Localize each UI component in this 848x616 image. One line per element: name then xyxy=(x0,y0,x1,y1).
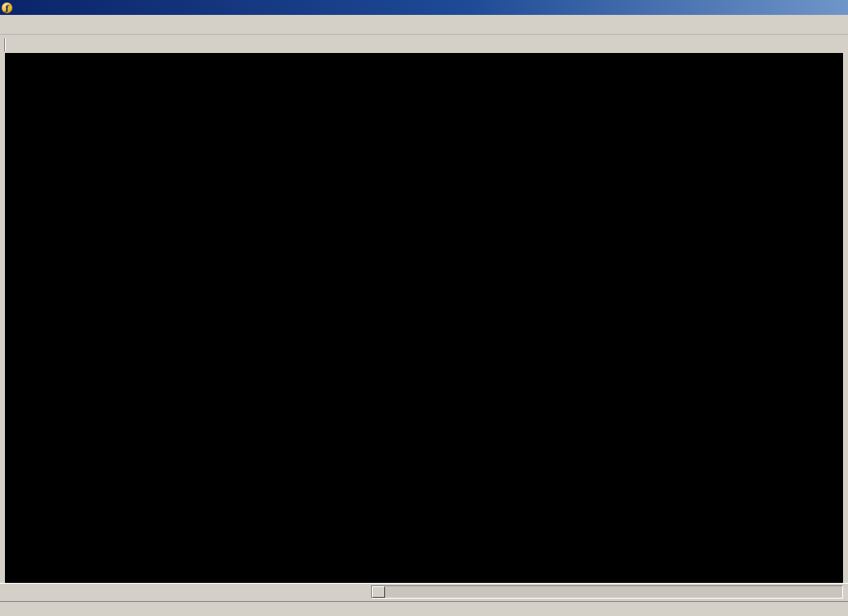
scrollbar-thumb[interactable] xyxy=(372,586,385,598)
title-bar[interactable]: ƒ xyxy=(0,0,848,15)
applet-warning-bar xyxy=(0,601,848,616)
chart-area xyxy=(5,53,843,583)
app-icon: ƒ xyxy=(2,2,12,13)
status-bar xyxy=(0,583,848,599)
application-window: ƒ xyxy=(0,0,848,616)
scrollbar[interactable] xyxy=(371,585,843,599)
menu-bar xyxy=(0,15,848,35)
toolbar-separator xyxy=(4,38,6,51)
toolbar xyxy=(0,36,848,53)
